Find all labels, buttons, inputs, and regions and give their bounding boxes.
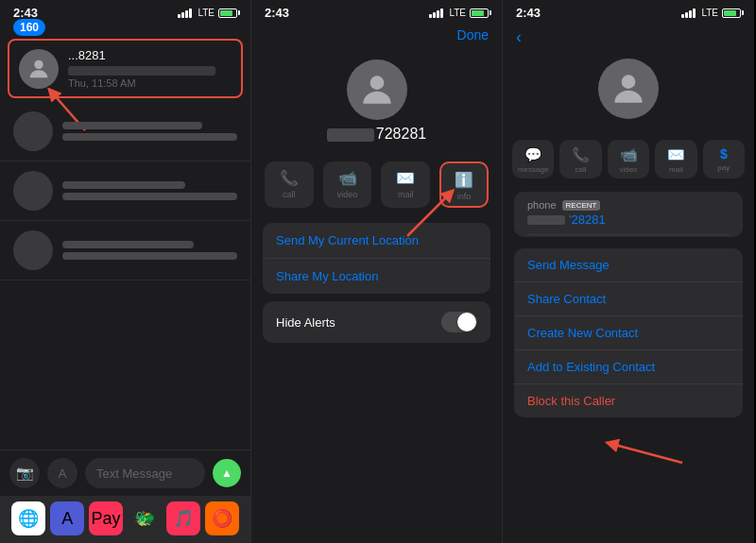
create-contact-row[interactable]: Create New Contact <box>514 316 743 350</box>
time-3: 2:43 <box>516 6 541 20</box>
send-button[interactable]: ▲ <box>213 459 241 487</box>
ca-mail[interactable]: ✉️ mail <box>655 140 696 178</box>
video-label-2: video <box>337 190 358 199</box>
message-item-4[interactable] <box>0 221 250 280</box>
nav-header-3: ‹ <box>503 24 754 55</box>
svg-point-2 <box>369 76 384 90</box>
share-my-location[interactable]: Share My Location <box>263 259 490 294</box>
ca-message[interactable]: 💬 message <box>512 140 554 178</box>
dock-icon-4[interactable]: 🐲 <box>128 501 162 535</box>
done-button[interactable]: Done <box>457 27 489 42</box>
status-icons-3: LTE <box>681 8 741 18</box>
appstore-button[interactable]: A <box>47 458 77 488</box>
contact-actions-row: 💬 message 📞 call 📹 video ✉️ mail $ pay <box>503 134 754 186</box>
message-info-2 <box>62 120 237 143</box>
phone-number-value: '28281 <box>527 212 730 235</box>
nav-header-1: 160 <box>0 24 250 35</box>
lte-label: LTE <box>198 8 215 18</box>
action-buttons-row-2: 📞 call 📹 video ✉️ mail ℹ️ info <box>251 154 502 215</box>
hide-alerts-toggle[interactable] <box>441 312 477 332</box>
status-bar-2: 2:43 LTE <box>251 0 502 24</box>
dock-icon-2[interactable]: A <box>50 501 84 535</box>
bottom-bar-1: 📷 A Text Message ▲ <box>0 450 250 496</box>
call-icon-2: 📞 <box>280 169 299 187</box>
avatar-highlighted <box>19 49 59 89</box>
person-icon-2 <box>356 69 398 110</box>
phone-label: phone <box>527 199 557 211</box>
location-menu: Send My Current Location Share My Locati… <box>263 223 490 294</box>
block-caller-row[interactable]: Block this Caller <box>514 384 743 417</box>
call-label-3: call <box>576 165 587 174</box>
time-2: 2:43 <box>265 6 289 20</box>
blurred-preview-4 <box>62 252 237 260</box>
nav-header-2: Done <box>251 24 502 50</box>
dock-icon-music[interactable]: 🎵 <box>166 501 200 535</box>
message-info-4 <box>62 239 237 262</box>
mail-icon-3: ✉️ <box>667 146 685 163</box>
call-icon-3: 📞 <box>572 146 590 163</box>
badge-count[interactable]: 160 <box>13 19 45 36</box>
phone-label-row: phone RECENT <box>527 199 730 211</box>
pay-label-3: pay <box>717 163 730 172</box>
mail-icon-2: ✉️ <box>396 169 415 187</box>
send-icon: ▲ <box>221 467 232 480</box>
svg-line-5 <box>611 444 682 463</box>
battery-icon-3 <box>722 8 741 18</box>
blurred-name-2 <box>62 122 202 129</box>
battery-icon <box>218 8 237 18</box>
send-current-location[interactable]: Send My Current Location <box>263 223 490 259</box>
actions-section-3: Send Message Share Contact Create New Co… <box>514 248 743 417</box>
recent-badge: RECENT <box>562 200 601 211</box>
share-contact-row[interactable]: Share Contact <box>514 282 743 316</box>
back-button-3[interactable]: ‹ <box>516 27 522 46</box>
text-message-input[interactable]: Text Message <box>85 458 205 488</box>
signal-icon <box>178 8 192 18</box>
dock-icon-5[interactable]: ⭕ <box>205 501 239 535</box>
add-existing-row[interactable]: Add to Existing Contact <box>514 350 743 384</box>
action-mail-2[interactable]: ✉️ mail <box>381 161 430 208</box>
signal-icon-2 <box>429 8 443 18</box>
person-icon <box>26 56 52 82</box>
video-icon-3: 📹 <box>620 146 638 163</box>
contact-avatar-2 <box>347 59 407 120</box>
dock-icon-1[interactable]: 🌐 <box>11 501 45 535</box>
camera-button[interactable]: 📷 <box>9 458 40 488</box>
panel-contact-detail: 2:43 LTE Done 728281 <box>251 0 503 543</box>
number-blurred-2 <box>327 128 374 142</box>
avatar-3 <box>13 171 53 211</box>
phone-info-section: phone RECENT '28281 <box>514 192 743 237</box>
ca-video[interactable]: 📹 video <box>608 140 649 178</box>
message-item-2[interactable] <box>0 102 250 161</box>
status-icons-1: LTE <box>178 8 237 18</box>
arrow-3 <box>597 430 692 477</box>
dock-icon-applepay[interactable]: Pay <box>89 501 123 535</box>
battery-icon-2 <box>470 8 489 18</box>
toggle-knob <box>457 313 476 331</box>
action-call-2[interactable]: 📞 call <box>265 161 314 208</box>
message-name-highlighted: ...8281 <box>68 48 232 62</box>
lte-label-3: LTE <box>701 8 718 18</box>
time-1: 2:43 <box>13 6 38 20</box>
status-icons-2: LTE <box>429 8 489 18</box>
action-video-2[interactable]: 📹 video <box>323 161 372 208</box>
person-icon-3 <box>608 68 649 110</box>
blurred-name-4 <box>62 241 194 248</box>
hide-alerts-label: Hide Alerts <box>276 315 335 330</box>
ca-call[interactable]: 📞 call <box>559 140 601 178</box>
video-icon-2: 📹 <box>338 169 357 187</box>
contact-avatar-3 <box>598 59 659 119</box>
message-list: ...8281 Thu, 11:58 AM <box>0 35 250 450</box>
avatar-2 <box>13 111 53 151</box>
status-bar-3: 2:43 LTE <box>503 0 754 24</box>
blurred-preview-3 <box>62 193 237 200</box>
dock-bar: 🌐 A Pay 🐲 🎵 ⭕ <box>0 496 250 543</box>
message-item-highlighted[interactable]: ...8281 Thu, 11:58 AM <box>8 39 243 98</box>
message-item-3[interactable] <box>0 161 250 221</box>
message-time-1: Thu, 11:58 AM <box>68 77 232 89</box>
action-info-2[interactable]: ℹ️ info <box>439 161 489 208</box>
ca-pay[interactable]: $ pay <box>703 140 745 178</box>
message-info-3 <box>62 179 237 202</box>
send-message-row[interactable]: Send Message <box>514 248 743 282</box>
contact-hero-2: 728281 <box>251 50 502 154</box>
message-label-3: message <box>518 165 548 174</box>
